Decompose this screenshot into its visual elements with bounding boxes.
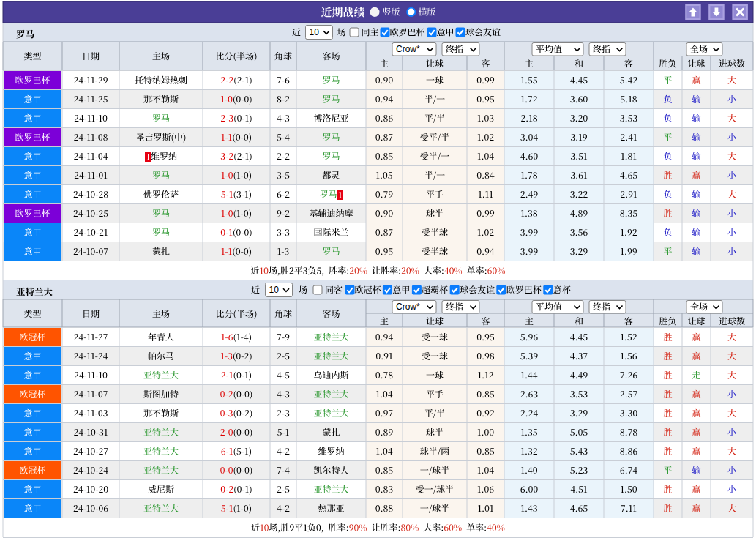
svg-text:10: 10 xyxy=(310,27,320,37)
svg-text:Crow*: Crow* xyxy=(396,44,420,54)
svg-text:Crow*: Crow* xyxy=(396,302,420,312)
svg-text:10: 10 xyxy=(269,285,280,295)
